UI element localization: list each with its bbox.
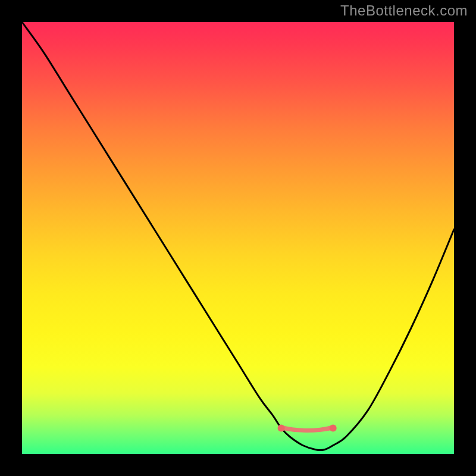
curve-layer [22, 22, 454, 454]
bottleneck-curve [22, 22, 454, 450]
trough-fill [281, 425, 333, 433]
watermark-text: TheBottleneck.com [340, 2, 468, 19]
trough-marker-right [330, 424, 337, 431]
trough-marker-left [278, 424, 285, 431]
